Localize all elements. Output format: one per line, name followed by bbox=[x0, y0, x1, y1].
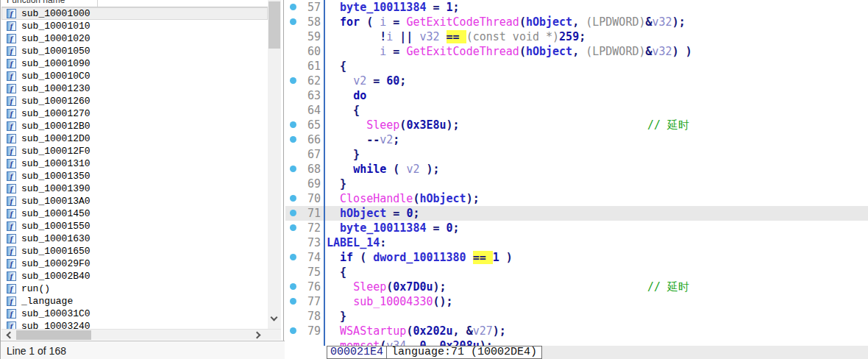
function-name-label: sub_10001000 bbox=[21, 8, 90, 19]
functions-status-bar: Line 1 of 168 bbox=[1, 341, 285, 359]
code-line[interactable]: 77 sub_10004330(); bbox=[285, 294, 868, 309]
function-list-item[interactable]: fsub_10001550 bbox=[1, 220, 268, 232]
function-icon: f bbox=[7, 271, 16, 281]
function-icon: f bbox=[7, 296, 16, 306]
function-list-item[interactable]: fsub_100012B0 bbox=[1, 120, 268, 132]
scroll-down-icon[interactable] bbox=[271, 314, 278, 321]
function-icon: f bbox=[7, 96, 16, 106]
function-list-item[interactable]: fsub_10001630 bbox=[1, 232, 268, 245]
function-list-item[interactable]: frun() bbox=[1, 282, 268, 295]
code-text: WSAStartup(0x202u, &v27); bbox=[327, 324, 506, 338]
function-icon: f bbox=[7, 21, 16, 31]
code-line[interactable]: 64 { bbox=[285, 103, 868, 118]
code-line[interactable]: 74 if ( dword_10011380 == 1 ) bbox=[285, 250, 868, 265]
code-line[interactable]: 76 Sleep(0x7D0u);// 延时 bbox=[285, 280, 868, 294]
function-list-item[interactable]: fsub_10001010 bbox=[1, 20, 268, 32]
function-name-label: sub_100013A0 bbox=[21, 196, 90, 207]
function-list-item[interactable]: fsub_100012F0 bbox=[1, 145, 268, 157]
code-line[interactable]: 69 } bbox=[285, 177, 868, 191]
line-number: 62 bbox=[285, 74, 321, 88]
line-number: 69 bbox=[285, 177, 321, 191]
function-list-item[interactable]: fsub_10001000 bbox=[1, 7, 268, 20]
vertical-scrollbar[interactable] bbox=[268, 0, 281, 329]
function-name-label: sub_10001650 bbox=[21, 246, 90, 257]
code-text: Sleep(0x3E8u); bbox=[327, 118, 460, 132]
scroll-left-icon[interactable] bbox=[7, 332, 14, 339]
code-line[interactable]: 71 hObject = 0; bbox=[285, 206, 868, 221]
function-list-item[interactable]: fsub_10001650 bbox=[1, 245, 268, 257]
function-list-item[interactable]: fsub_100010C0 bbox=[1, 70, 268, 82]
line-number: 75 bbox=[285, 266, 321, 279]
function-icon: f bbox=[7, 59, 16, 68]
code-text: LABEL_14: bbox=[327, 236, 386, 249]
ida-window: Function name fsub_10001000fsub_10001010… bbox=[0, 0, 868, 359]
line-number: 58 bbox=[285, 15, 321, 29]
code-line[interactable]: 60 i = GetExitCodeThread(hObject, (LPDWO… bbox=[285, 44, 868, 59]
function-name-column-header[interactable]: Function name bbox=[1, 0, 268, 7]
function-name-label: sub_100012D0 bbox=[21, 133, 90, 144]
function-list-item[interactable]: fsub_10003240 bbox=[1, 320, 268, 329]
code-line[interactable]: 78 } bbox=[285, 309, 868, 324]
code-line[interactable]: 65 Sleep(0x3E8u);// 延时 bbox=[285, 118, 868, 132]
code-text: { bbox=[327, 266, 346, 279]
function-name-label: sub_10001020 bbox=[21, 33, 90, 44]
function-list-item[interactable]: fsub_10001310 bbox=[1, 157, 268, 170]
code-line[interactable]: 75 { bbox=[285, 265, 868, 280]
vertical-scrollbar-thumb[interactable] bbox=[268, 1, 280, 49]
function-icon: f bbox=[7, 234, 16, 244]
line-number: 66 bbox=[285, 133, 321, 146]
scroll-right-icon[interactable] bbox=[254, 332, 261, 339]
code-line[interactable]: 57 byte_10011384 = 1; bbox=[285, 0, 868, 15]
function-list-item[interactable]: fsub_100031C0 bbox=[1, 308, 268, 320]
function-list-item[interactable]: fsub_100012D0 bbox=[1, 132, 268, 145]
horizontal-scrollbar-thumb[interactable] bbox=[16, 330, 91, 340]
code-line[interactable]: 62 v2 = 60; bbox=[285, 74, 868, 88]
function-list-item[interactable]: fsub_10001020 bbox=[1, 32, 268, 45]
code-text: byte_10011384 = 0; bbox=[327, 221, 460, 235]
code-line[interactable]: 70 CloseHandle(hObject); bbox=[285, 191, 868, 206]
function-list-item[interactable]: f_language bbox=[1, 295, 268, 308]
code-text: byte_10011384 = 1; bbox=[327, 1, 460, 14]
function-list-item[interactable]: fsub_10001090 bbox=[1, 57, 268, 70]
function-list-item[interactable]: fsub_10002B40 bbox=[1, 270, 268, 282]
function-icon: f bbox=[7, 109, 16, 118]
status-position-info: language:71 (10002DE4) bbox=[387, 346, 542, 359]
column-divider[interactable] bbox=[97, 0, 98, 7]
function-list-item[interactable]: fsub_100013A0 bbox=[1, 195, 268, 207]
code-line[interactable]: 73LABEL_14: bbox=[285, 235, 868, 250]
function-list-item[interactable]: fsub_10001270 bbox=[1, 107, 268, 120]
code-text: CloseHandle(hObject); bbox=[327, 192, 480, 205]
function-list-item[interactable]: fsub_100029F0 bbox=[1, 257, 268, 270]
horizontal-scrollbar[interactable] bbox=[1, 329, 281, 340]
code-line[interactable]: 58 for ( i = GetExitCodeThread(hObject, … bbox=[285, 15, 868, 29]
code-comment: // 延时 bbox=[647, 280, 689, 294]
function-name-label: _language bbox=[21, 296, 73, 307]
code-comment: // 延时 bbox=[647, 118, 689, 132]
code-line[interactable]: 79 WSAStartup(0x202u, &v27); bbox=[285, 324, 868, 338]
function-list-item[interactable]: fsub_10001350 bbox=[1, 170, 268, 182]
function-icon: f bbox=[7, 46, 16, 56]
function-list-item[interactable]: fsub_10001260 bbox=[1, 95, 268, 107]
code-line[interactable]: 67 } bbox=[285, 147, 868, 162]
code-line[interactable]: 66 --v2; bbox=[285, 132, 868, 147]
line-number: 65 bbox=[285, 118, 321, 132]
function-list-item[interactable]: fsub_10001050 bbox=[1, 45, 268, 57]
function-list-item[interactable]: fsub_10001390 bbox=[1, 182, 268, 195]
code-line[interactable]: 72 byte_10011384 = 0; bbox=[285, 221, 868, 235]
code-text: } bbox=[327, 310, 346, 323]
function-list-item[interactable]: fsub_10001450 bbox=[1, 207, 268, 220]
function-icon: f bbox=[7, 84, 16, 93]
function-icon: f bbox=[7, 259, 16, 269]
function-icon: f bbox=[7, 34, 16, 43]
code-text: v2 = 60; bbox=[327, 74, 406, 88]
function-icon: f bbox=[7, 71, 16, 81]
code-line[interactable]: 61 { bbox=[285, 59, 868, 74]
code-line[interactable]: 68 while ( v2 ); bbox=[285, 162, 868, 177]
function-icon: f bbox=[7, 121, 16, 131]
code-line[interactable]: 63 do bbox=[285, 88, 868, 103]
function-icon: f bbox=[7, 246, 16, 256]
line-counter-label: Line 1 of 168 bbox=[7, 345, 66, 357]
code-line[interactable]: 59 !i || v32 == (const void *)259; bbox=[285, 29, 868, 44]
function-list-item[interactable]: fsub_10001230 bbox=[1, 82, 268, 95]
line-number: 59 bbox=[285, 30, 321, 43]
